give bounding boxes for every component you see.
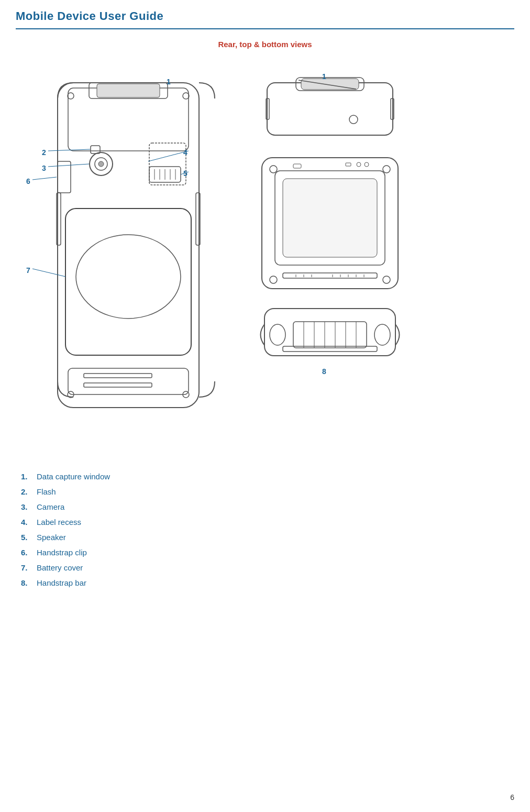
svg-rect-61 bbox=[293, 322, 367, 348]
diagrams-area: 1 2 3 4 5 6 7 bbox=[16, 57, 514, 456]
main-device-svg bbox=[16, 57, 241, 455]
svg-point-46 bbox=[383, 276, 390, 283]
item-label-6: Handstrap clip bbox=[37, 548, 87, 557]
item-number-7: 7. bbox=[21, 563, 37, 572]
svg-point-20 bbox=[183, 93, 189, 99]
list-item: 7. Battery cover bbox=[21, 563, 514, 572]
svg-point-69 bbox=[374, 324, 390, 345]
label-7: 7 bbox=[26, 266, 30, 275]
top-view-svg bbox=[251, 72, 408, 148]
svg-point-45 bbox=[270, 276, 277, 283]
svg-rect-57 bbox=[346, 163, 351, 166]
parts-list: 1. Data capture window 2. Flash 3. Camer… bbox=[16, 472, 514, 587]
item-number-4: 4. bbox=[21, 518, 37, 526]
page-container: Mobile Device User Guide Rear, top & bot… bbox=[0, 0, 530, 812]
svg-rect-0 bbox=[58, 83, 199, 408]
item-label-2: Flash bbox=[37, 487, 56, 496]
item-label-4: Label recess bbox=[37, 518, 81, 526]
label-1-right: 1 bbox=[322, 72, 326, 81]
svg-point-19 bbox=[68, 93, 74, 99]
item-number-3: 3. bbox=[21, 502, 37, 511]
svg-line-29 bbox=[148, 151, 189, 161]
svg-rect-17 bbox=[84, 374, 152, 378]
label-8: 8 bbox=[322, 367, 326, 376]
item-number-5: 5. bbox=[21, 533, 37, 542]
page-number: 6 bbox=[510, 793, 514, 802]
label-5: 5 bbox=[183, 169, 187, 178]
bottom-end-view-svg bbox=[251, 303, 408, 366]
label-2: 2 bbox=[42, 148, 46, 157]
svg-line-28 bbox=[48, 164, 89, 167]
svg-point-4 bbox=[98, 161, 104, 167]
svg-point-44 bbox=[383, 166, 390, 173]
svg-point-43 bbox=[270, 166, 277, 173]
page-title: Mobile Device User Guide bbox=[16, 9, 163, 23]
svg-rect-16 bbox=[68, 368, 189, 394]
svg-point-68 bbox=[270, 324, 285, 345]
svg-line-31 bbox=[32, 177, 57, 180]
label-3: 3 bbox=[42, 164, 46, 172]
item-label-5: Speaker bbox=[37, 533, 66, 542]
svg-rect-14 bbox=[65, 209, 191, 355]
section-title: Rear, top & bottom views bbox=[16, 40, 514, 49]
svg-rect-56 bbox=[293, 164, 301, 168]
svg-rect-18 bbox=[84, 383, 152, 387]
list-item: 4. Label recess bbox=[21, 518, 514, 526]
bottom-view-svg bbox=[251, 152, 408, 299]
list-item: 3. Camera bbox=[21, 502, 514, 511]
item-number-1: 1. bbox=[21, 472, 37, 481]
svg-point-58 bbox=[357, 162, 361, 167]
side-views-container: 1 bbox=[251, 57, 429, 456]
svg-point-36 bbox=[349, 115, 358, 124]
page-header: Mobile Device User Guide bbox=[16, 0, 514, 29]
svg-point-59 bbox=[365, 162, 369, 167]
list-item: 8. Handstrap bar bbox=[21, 578, 514, 587]
svg-rect-70 bbox=[283, 346, 377, 352]
label-1: 1 bbox=[167, 78, 171, 86]
svg-point-15 bbox=[76, 235, 181, 319]
rear-view-diagram: 1 2 3 4 5 6 7 bbox=[16, 57, 246, 456]
item-label-7: Battery cover bbox=[37, 563, 83, 572]
svg-rect-60 bbox=[264, 309, 395, 356]
list-item: 1. Data capture window bbox=[21, 472, 514, 481]
item-label-3: Camera bbox=[37, 502, 64, 511]
label-4: 4 bbox=[183, 148, 187, 157]
list-item: 2. Flash bbox=[21, 487, 514, 496]
list-item: 6. Handstrap clip bbox=[21, 548, 514, 557]
svg-rect-42 bbox=[283, 179, 377, 257]
svg-rect-24 bbox=[97, 84, 160, 97]
svg-line-32 bbox=[32, 269, 65, 277]
label-6: 6 bbox=[26, 177, 30, 185]
list-item: 5. Speaker bbox=[21, 533, 514, 542]
item-number-6: 6. bbox=[21, 548, 37, 557]
svg-rect-47 bbox=[283, 273, 377, 278]
item-number-8: 8. bbox=[21, 578, 37, 587]
item-number-2: 2. bbox=[21, 487, 37, 496]
item-label-1: Data capture window bbox=[37, 472, 110, 481]
item-label-8: Handstrap bar bbox=[37, 578, 86, 587]
